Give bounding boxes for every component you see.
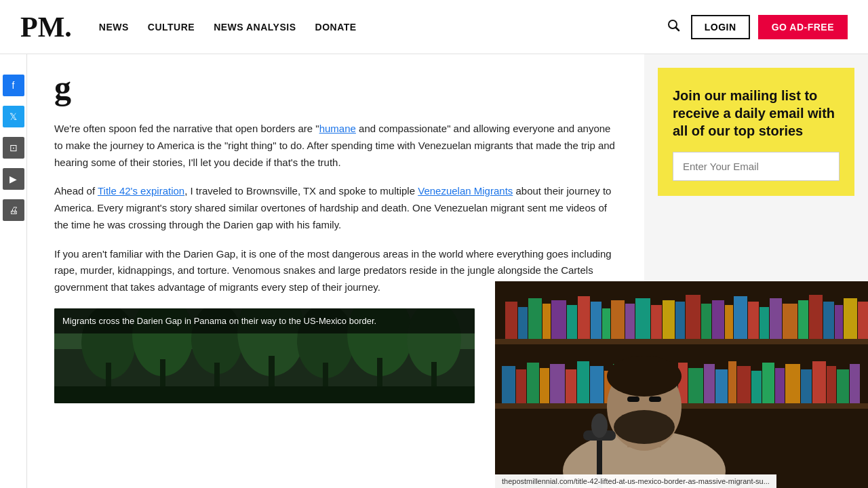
header: PM. NEWS CULTURE NEWS ANALYSIS DONATE LO… — [0, 0, 868, 54]
title42-link[interactable]: Title 42's expiration — [98, 185, 184, 197]
header-right: LOGIN GO AD-FREE — [664, 15, 848, 39]
nav: NEWS CULTURE NEWS ANALYSIS DONATE — [99, 22, 357, 33]
nav-donate[interactable]: DONATE — [315, 22, 357, 33]
nav-culture[interactable]: CULTURE — [148, 22, 195, 33]
header-left: PM. NEWS CULTURE NEWS ANALYSIS DONATE — [20, 13, 357, 41]
svg-line-1 — [675, 28, 679, 31]
nav-news-analysis[interactable]: NEWS ANALYSIS — [214, 22, 296, 33]
email-input[interactable] — [673, 152, 840, 181]
svg-rect-91 — [495, 281, 868, 488]
social-sidebar: f 𝕏 ⊡ ▶ 🖨 — [0, 54, 27, 488]
article-image-caption: Migrants cross the Darien Gap in Panama … — [54, 308, 475, 333]
article-image: Migrants cross the Darien Gap in Panama … — [54, 308, 475, 403]
share-icon[interactable]: ⊡ — [3, 137, 24, 159]
twitter-icon[interactable]: 𝕏 — [3, 106, 24, 127]
humane-link[interactable]: humane — [319, 123, 356, 134]
url-bar: thepostmillennial.com/title-42-lifted-at… — [495, 474, 776, 488]
video-content: thepostmillennial.com/title-42-lifted-at… — [495, 281, 868, 488]
svg-rect-18 — [54, 386, 475, 403]
mailing-box: Join our mailing list to receive a daily… — [658, 68, 854, 196]
print-icon[interactable]: 🖨 — [3, 199, 24, 221]
logo[interactable]: PM. — [20, 13, 72, 41]
play-icon[interactable]: ▶ — [3, 168, 24, 190]
mailing-title: Join our mailing list to receive a daily… — [673, 87, 840, 140]
facebook-icon[interactable]: f — [3, 75, 24, 96]
go-ad-free-button[interactable]: GO AD-FREE — [758, 15, 848, 39]
article-paragraph-1: We're often spoon fed the narrative that… — [54, 121, 617, 171]
venezuelan-migrants-link[interactable]: Venezuelan Migrants — [418, 185, 513, 197]
search-button[interactable] — [664, 16, 683, 38]
login-button[interactable]: LOGIN — [691, 15, 750, 39]
article-heading-partial: g — [54, 68, 617, 107]
nav-news[interactable]: NEWS — [99, 22, 129, 33]
article-paragraph-2: Ahead of Title 42's expiration, I travel… — [54, 183, 617, 233]
video-overlay[interactable]: thepostmillennial.com/title-42-lifted-at… — [495, 281, 868, 488]
